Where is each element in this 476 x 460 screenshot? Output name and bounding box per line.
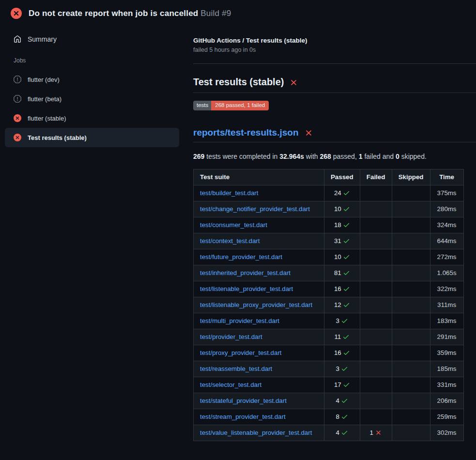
suite-link[interactable]: test/stateful_provider_test.dart — [200, 397, 287, 404]
passed-count: 3 — [336, 365, 339, 372]
summary-number: 1 — [359, 153, 363, 160]
suite-link[interactable]: test/stream_provider_test.dart — [200, 413, 286, 420]
failed-cell — [360, 233, 392, 249]
passed-count: 24 — [334, 189, 341, 197]
suite-link[interactable]: test/reassemble_test.dart — [200, 365, 272, 372]
time-cell: 259ms — [430, 409, 463, 425]
summary-number: 32.964s — [279, 153, 304, 160]
passed-cell: 11 — [324, 329, 360, 345]
column-header-test-suite: Test suite — [194, 169, 324, 185]
sidebar-item-summary[interactable]: Summary — [0, 31, 184, 46]
summary-text-part: tests were completed in — [204, 153, 279, 160]
badge-label: tests — [193, 101, 211, 110]
sidebar-item-flutter-beta[interactable]: flutter (beta) — [5, 89, 179, 108]
report-file-link[interactable]: reports/test-results.json — [193, 127, 299, 138]
section-title: Test results (stable) — [193, 77, 284, 88]
suite-link[interactable]: test/consumer_test.dart — [200, 221, 267, 229]
check-icon — [343, 349, 350, 356]
passed-cell: 24 — [324, 185, 360, 201]
report-heading: reports/test-results.json — [193, 127, 476, 142]
table-row: test/listenable_provider_test.dart 16 32… — [194, 281, 464, 297]
time-cell: 185ms — [430, 361, 463, 377]
suite-link[interactable]: test/builder_test.dart — [200, 189, 258, 197]
failed-x-icon — [289, 77, 298, 88]
suite-link[interactable]: test/future_provider_test.dart — [200, 253, 282, 261]
time-cell: 206ms — [430, 393, 463, 409]
failed-cell — [360, 377, 392, 393]
skipped-cell — [392, 265, 430, 281]
passed-cell: 18 — [324, 217, 360, 233]
summary-number: 269 — [193, 153, 204, 160]
passed-cell: 8 — [324, 409, 360, 425]
check-icon — [343, 221, 350, 229]
suite-link[interactable]: test/selector_test.dart — [200, 381, 261, 388]
time-cell: 359ms — [430, 345, 463, 361]
passed-cell: 4 — [324, 393, 360, 409]
table-row: test/stream_provider_test.dart 8 259ms — [194, 409, 464, 425]
suite-cell: test/consumer_test.dart — [194, 217, 324, 233]
suite-link[interactable]: test/multi_provider_test.dart — [200, 317, 279, 324]
passed-cell: 3 — [324, 361, 360, 377]
build-number: Build #9 — [200, 9, 231, 18]
summary-text-part: failed and — [363, 153, 396, 160]
check-icon — [343, 253, 350, 261]
passed-count: 31 — [334, 237, 341, 245]
suite-link[interactable]: test/inherited_provider_test.dart — [200, 269, 291, 276]
sidebar: Summary Jobs flutter (dev) flutter (beta… — [0, 24, 184, 147]
skipped-cell — [392, 425, 430, 441]
skipped-cell — [392, 297, 430, 313]
home-icon — [14, 35, 21, 43]
failed-cell — [360, 313, 392, 329]
run-status-text: failed 5 hours ago in 0s — [193, 46, 476, 53]
column-header-passed: Passed — [324, 169, 360, 185]
breadcrumb: GitHub Actions / Test results (stable) — [193, 37, 476, 44]
time-cell: 324ms — [430, 217, 463, 233]
table-row: test/selector_test.dart 17 331ms — [194, 377, 464, 393]
time-cell: 311ms — [430, 297, 463, 313]
main-content: GitHub Actions / Test results (stable) f… — [184, 24, 476, 441]
passed-cell: 31 — [324, 233, 360, 249]
suite-cell: test/selector_test.dart — [194, 377, 324, 393]
red-x-icon — [304, 128, 313, 138]
time-cell: 375ms — [430, 185, 463, 201]
suite-cell: test/context_test.dart — [194, 233, 324, 249]
sidebar-item-test-results-stable[interactable]: Test results (stable) — [5, 128, 179, 147]
suite-link[interactable]: test/value_listenable_provider_test.dart — [200, 429, 312, 436]
job-label: Test results (stable) — [28, 134, 87, 141]
skipped-cell — [392, 185, 430, 201]
skipped-cell — [392, 313, 430, 329]
column-header-skipped: Skipped — [392, 169, 430, 185]
suite-cell: test/reassemble_test.dart — [194, 361, 324, 377]
suite-link[interactable]: test/listenable_proxy_provider_test.dart — [200, 301, 312, 308]
skipped-cell — [392, 201, 430, 217]
suite-link[interactable]: test/proxy_provider_test.dart — [200, 349, 282, 356]
sidebar-item-flutter-stable[interactable]: flutter (stable) — [5, 108, 179, 128]
failed-x-icon — [304, 127, 313, 138]
failed-cell — [360, 393, 392, 409]
failed-cell — [360, 409, 392, 425]
passed-cell: 81 — [324, 265, 360, 281]
suite-cell: test/inherited_provider_test.dart — [194, 265, 324, 281]
passed-cell: 12 — [324, 297, 360, 313]
table-row: test/future_provider_test.dart 10 272ms — [194, 249, 464, 265]
suite-link[interactable]: test/change_notifier_provider_test.dart — [200, 205, 310, 213]
table-row: test/inherited_provider_test.dart 81 1.0… — [194, 265, 464, 281]
suite-cell: test/future_provider_test.dart — [194, 249, 324, 265]
passed-cell: 17 — [324, 377, 360, 393]
passed-count: 17 — [334, 381, 341, 388]
check-icon — [343, 381, 350, 388]
cancelled-octagon-icon — [14, 76, 21, 83]
time-cell: 322ms — [430, 281, 463, 297]
passed-count: 3 — [336, 317, 339, 324]
suite-link[interactable]: test/provider_test.dart — [200, 333, 262, 340]
time-cell: 272ms — [430, 249, 463, 265]
suite-link[interactable]: test/listenable_provider_test.dart — [200, 285, 293, 292]
skipped-cell — [392, 361, 430, 377]
column-header-failed: Failed — [360, 169, 392, 185]
passed-cell: 4 — [324, 425, 360, 441]
summary-text-part: passed, — [331, 153, 359, 160]
suite-link[interactable]: test/context_test.dart — [200, 237, 260, 245]
sidebar-item-flutter-dev[interactable]: flutter (dev) — [5, 70, 179, 89]
suite-cell: test/stream_provider_test.dart — [194, 409, 324, 425]
check-icon — [343, 301, 350, 308]
